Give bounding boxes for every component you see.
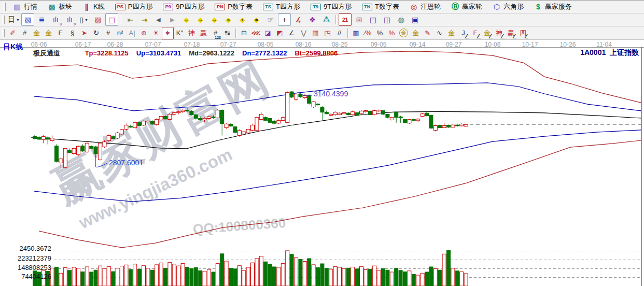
menu-item-tn-table[interactable]: TNT数字表 bbox=[357, 1, 404, 13]
shen-tool-button[interactable]: 神 bbox=[186, 27, 198, 39]
ying-angle-button[interactable]: 赢∠ bbox=[505, 27, 517, 39]
diamond-star-button[interactable]: ◆∗ bbox=[250, 13, 263, 26]
menubar-grip bbox=[3, 3, 6, 11]
date-tick-label: 08-05 bbox=[258, 41, 274, 48]
bars-9-button[interactable]: ılı9 bbox=[63, 13, 76, 26]
percent-red-button[interactable]: % bbox=[386, 27, 398, 39]
menu-item-label: T四方形 bbox=[276, 2, 300, 11]
menu-item-pn-table[interactable]: PNP数字表 bbox=[209, 1, 258, 13]
target-circle-button[interactable]: ⊕ bbox=[138, 27, 150, 39]
rays-box-button[interactable]: ◩ bbox=[274, 27, 286, 39]
hand-tool-button[interactable]: ☞ bbox=[264, 13, 277, 26]
gann-fan-button[interactable]: ⋘ bbox=[250, 27, 262, 39]
grid-arrow-button[interactable]: ◳ bbox=[321, 27, 333, 39]
chart-area[interactable]: 赢家财富网 www.yingjia360.com QQ:100800360 日K… bbox=[0, 40, 644, 286]
diamond-expand-button[interactable]: ◆↔ bbox=[208, 13, 221, 26]
step-back-button[interactable]: ◄ bbox=[152, 13, 165, 26]
gold-circle-button[interactable]: 金 bbox=[398, 27, 410, 39]
gold-underline-button[interactable]: 金 bbox=[445, 27, 457, 39]
bars-3-button[interactable]: ılı3 bbox=[49, 13, 62, 26]
grid-tool-button[interactable]: # bbox=[19, 27, 31, 39]
v-lines-button[interactable]: ⋁ bbox=[298, 27, 310, 39]
goto-start-button[interactable]: ⇤ bbox=[124, 13, 137, 26]
notes-button[interactable]: ▤ bbox=[367, 13, 380, 26]
period-day-selector[interactable]: 日▼ bbox=[7, 13, 20, 26]
fan-box-button[interactable]: ◪ bbox=[262, 27, 274, 39]
menu-item-winner-service[interactable]: $赢家服务 bbox=[529, 1, 577, 13]
menu-item-ps-square[interactable]: PSP四方形 bbox=[110, 1, 158, 13]
brush-button[interactable]: ✎ bbox=[422, 27, 433, 39]
diamond-cross-button[interactable]: ◆× bbox=[222, 13, 235, 26]
ying-tool-button[interactable]: 赢 bbox=[198, 27, 209, 39]
info-list-button[interactable]: ≣ bbox=[35, 13, 48, 26]
a-line-button[interactable]: A| bbox=[126, 27, 138, 39]
indicator-readout: 极反通道 Tp=3228.1125Up=3103.4731Md=2963.122… bbox=[33, 49, 345, 58]
menu-item-sectors-blocks[interactable]: ▩板块 bbox=[43, 1, 77, 13]
rocket-button[interactable]: ➤ bbox=[78, 27, 90, 39]
p9-square-icon: P9 bbox=[163, 4, 173, 10]
gold-lines-button[interactable]: 金 bbox=[410, 27, 422, 39]
red-grid-button[interactable]: ▦ bbox=[310, 27, 321, 39]
menu-item-gann-wheel[interactable]: ◎江恩轮 bbox=[404, 1, 446, 13]
diamond-right-button[interactable]: ◆→ bbox=[194, 13, 207, 26]
angle-lines-button[interactable]: ∠ bbox=[286, 27, 298, 39]
percent-line-icon: ∕% bbox=[365, 29, 372, 37]
menu-item-quotes-table[interactable]: ▦行情 bbox=[8, 1, 43, 13]
gold-grid2-button[interactable]: 金 bbox=[43, 27, 54, 39]
menu-item-hexagon[interactable]: ⬡六角形 bbox=[487, 1, 529, 13]
menu-item-kline-candle[interactable]: ∥K线 bbox=[77, 1, 110, 13]
pattern-red-button[interactable]: ▨ bbox=[91, 13, 104, 26]
marker-tool-button[interactable]: ❖ bbox=[306, 13, 319, 26]
draw-pen-button[interactable]: ✐ bbox=[7, 27, 19, 39]
goto-end-button[interactable]: ⇥ bbox=[138, 13, 151, 26]
f-grid-button[interactable]: F bbox=[54, 27, 66, 39]
angle-measure-button[interactable]: ∡ bbox=[292, 13, 305, 26]
time-cycle-button[interactable]: ↻ bbox=[90, 27, 102, 39]
n-square-button[interactable]: n² bbox=[114, 27, 126, 39]
boxed-burst-button[interactable]: ∗ bbox=[162, 27, 174, 39]
percent-line-button[interactable]: ∕% bbox=[362, 27, 374, 39]
box-grid-button[interactable]: ⊡ bbox=[238, 27, 250, 39]
calendar-button[interactable]: 21 bbox=[339, 13, 352, 26]
diamond-plus-button[interactable]: ◆+ bbox=[236, 13, 249, 26]
menu-item-t9-square[interactable]: T99T四方形 bbox=[305, 1, 357, 13]
j-angle-button[interactable]: J∠ bbox=[457, 27, 469, 39]
indicator-param: Bt=2599.8806 bbox=[295, 49, 338, 57]
print-button[interactable]: ▣ bbox=[409, 13, 422, 26]
menu-item-p9-square[interactable]: P99P四方形 bbox=[158, 1, 209, 13]
gold-angle-button[interactable]: 金∠ bbox=[481, 27, 493, 39]
histogram-button[interactable]: ▤ bbox=[105, 13, 118, 26]
gold-grid-button[interactable]: 金 bbox=[31, 27, 43, 39]
wave-a-button[interactable]: ∿ bbox=[433, 27, 445, 39]
menu-item-winner-wheel[interactable]: Ⓑ赢家轮 bbox=[446, 1, 487, 13]
save-button[interactable]: ◫ bbox=[381, 13, 394, 26]
menu-item-label: 9P四方形 bbox=[176, 2, 204, 11]
crosshair-button[interactable]: + bbox=[278, 13, 291, 26]
percent-red-icon: % bbox=[389, 29, 395, 37]
starburst-icon: ☀ bbox=[153, 29, 159, 37]
menu-item-ts-square[interactable]: TST四方形 bbox=[258, 1, 305, 13]
starburst-button[interactable]: ☀ bbox=[150, 27, 162, 39]
diamond-left-button[interactable]: ◆← bbox=[180, 13, 193, 26]
percent-button[interactable]: % bbox=[374, 27, 386, 39]
calculator-button[interactable]: ⊞ bbox=[353, 13, 366, 26]
chart-pattern-button[interactable]: ▧ bbox=[21, 13, 34, 26]
candle-style-icon: ▯ bbox=[79, 16, 83, 24]
indicator-param: Up=3103.4731 bbox=[136, 49, 181, 57]
candle-style-selector[interactable]: ▯▼ bbox=[77, 13, 90, 26]
web-export-button[interactable]: ◍ bbox=[395, 13, 408, 26]
pattern-brain-button[interactable]: ⁂ bbox=[320, 13, 333, 26]
step-forward-button[interactable]: ► bbox=[166, 13, 179, 26]
shen-angle-button[interactable]: 神∠ bbox=[493, 27, 505, 39]
f-angle-button[interactable]: F∠ bbox=[469, 27, 481, 39]
bars-9-icon: ılı bbox=[67, 16, 73, 24]
date-tick-label: 11-04 bbox=[596, 41, 612, 48]
numbered-grid-button[interactable]: #123 bbox=[209, 27, 221, 39]
spiral-button[interactable]: § bbox=[66, 27, 78, 39]
parallel-lines-button[interactable]: // bbox=[333, 27, 345, 39]
width-measure-button[interactable]: ↹ bbox=[221, 27, 233, 39]
column-stats-button[interactable]: ▥ bbox=[350, 27, 362, 39]
k-quote-button[interactable]: K″ bbox=[174, 27, 186, 39]
dense-grid-button[interactable]: # bbox=[102, 27, 114, 39]
four-angle-button[interactable]: 四∠ bbox=[517, 27, 529, 39]
